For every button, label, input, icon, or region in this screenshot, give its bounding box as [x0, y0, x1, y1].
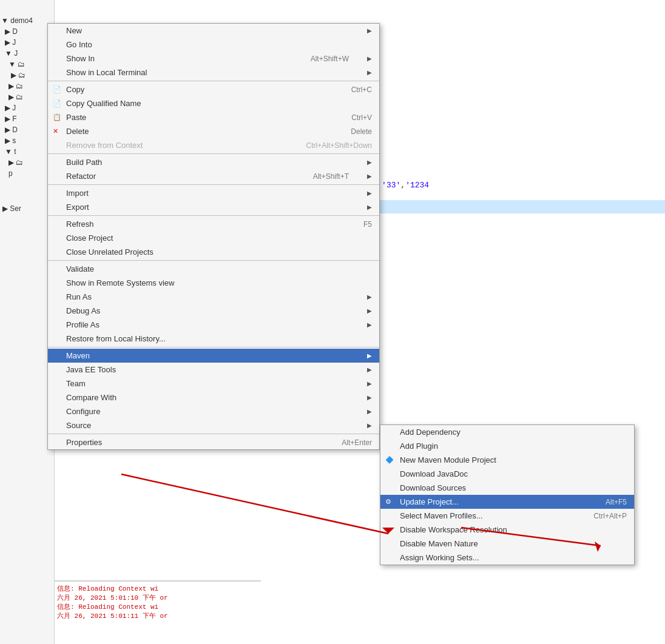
- menu-item-compare-with-arrow: ▶: [367, 394, 372, 401]
- menu-item-show-local-terminal-label: Show in Local Terminal: [66, 68, 147, 77]
- menu-item-compare-with-label: Compare With: [66, 393, 116, 402]
- menu-item-go-into[interactable]: Go Into: [48, 38, 379, 52]
- menu-item-show-remote-label: Show in Remote Systems view: [66, 278, 174, 287]
- submenu-maven-update-project[interactable]: ⚙ Update Project... Alt+F5: [380, 495, 634, 509]
- menu-item-profile-as-label: Profile As: [66, 320, 100, 329]
- sidebar-item-4[interactable]: ▼ 🗂: [0, 59, 54, 70]
- sidebar-item-9[interactable]: ▶ F: [0, 113, 54, 124]
- console-line-2: 六月 26, 2021 5:01:10 下午 or: [57, 593, 258, 602]
- sidebar-item-10[interactable]: ▶ D: [0, 124, 54, 135]
- menu-item-copy-qualified-label: Copy Qualified Name: [66, 99, 141, 108]
- menu-item-export-arrow: ▶: [367, 204, 372, 210]
- menu-item-close-project[interactable]: Close Project: [48, 231, 379, 245]
- menu-item-delete-label: Delete: [66, 127, 89, 136]
- sidebar-item-7[interactable]: ▶ 🗂: [0, 92, 54, 102]
- menu-item-show-remote[interactable]: Show in Remote Systems view: [48, 276, 379, 290]
- submenu-maven-select-profiles-label: Select Maven Profiles...: [400, 511, 483, 520]
- menu-item-new-label: New: [66, 26, 82, 35]
- sidebar-item-8[interactable]: ▶ J: [0, 102, 54, 113]
- update-project-icon: ⚙: [385, 498, 391, 506]
- submenu-maven: Add Dependency Add Plugin 🔷 New Maven Mo…: [380, 424, 635, 565]
- submenu-maven-add-plugin[interactable]: Add Plugin: [380, 439, 634, 453]
- menu-item-properties-label: Properties: [66, 438, 102, 447]
- menu-item-copy-qualified[interactable]: 📄 Copy Qualified Name: [48, 96, 379, 110]
- menu-item-profile-as[interactable]: Profile As ▶: [48, 318, 379, 332]
- menu-item-new[interactable]: New ▶: [48, 24, 379, 38]
- sidebar-item-12[interactable]: ▼ t: [0, 146, 54, 157]
- console-line-3: 信息: Reloading Context wi: [57, 602, 258, 611]
- sidebar-item-13[interactable]: ▶ 🗂: [0, 157, 54, 168]
- submenu-maven-download-javadoc[interactable]: Download JavaDoc: [380, 467, 634, 481]
- menu-item-java-ee-tools-arrow: ▶: [367, 366, 372, 373]
- submenu-maven-select-profiles-shortcut: Ctrl+Alt+P: [593, 512, 627, 520]
- submenu-maven-add-dependency-label: Add Dependency: [400, 428, 461, 437]
- menu-item-export-label: Export: [66, 203, 89, 212]
- menu-item-import-arrow: ▶: [367, 190, 372, 196]
- console-line-4: 六月 26, 2021 5:01:11 下午 or: [57, 611, 258, 620]
- menu-item-debug-as-arrow: ▶: [367, 307, 372, 314]
- sidebar-item-server[interactable]: ▶ Ser: [0, 203, 54, 214]
- sidebar-item-3[interactable]: ▼ J: [0, 48, 54, 59]
- menu-item-copy[interactable]: 📄 Copy Ctrl+C: [48, 82, 379, 96]
- menu-item-build-path-arrow: ▶: [367, 159, 372, 166]
- menu-item-paste-shortcut: Ctrl+V: [351, 113, 372, 122]
- menu-item-configure[interactable]: Configure ▶: [48, 404, 379, 418]
- menu-item-compare-with[interactable]: Compare With ▶: [48, 391, 379, 404]
- menu-item-build-path-label: Build Path: [66, 158, 102, 167]
- menu-item-java-ee-tools[interactable]: Java EE Tools ▶: [48, 363, 379, 377]
- menu-item-build-path[interactable]: Build Path ▶: [48, 155, 379, 169]
- menu-item-validate[interactable]: Validate: [48, 262, 379, 276]
- menu-item-debug-as[interactable]: Debug As ▶: [48, 304, 379, 318]
- menu-item-source[interactable]: Source ▶: [48, 418, 379, 432]
- menu-item-export[interactable]: Export ▶: [48, 200, 379, 214]
- menu-item-maven-arrow: ▶: [367, 352, 372, 359]
- sidebar-item-demo4[interactable]: ▼ demo4: [0, 15, 54, 26]
- submenu-maven-new-module[interactable]: 🔷 New Maven Module Project: [380, 453, 634, 467]
- submenu-maven-add-dependency[interactable]: Add Dependency: [380, 425, 634, 439]
- menu-item-source-label: Source: [66, 421, 91, 430]
- submenu-maven-disable-nature[interactable]: Disable Maven Nature: [380, 537, 634, 551]
- menu-item-run-as[interactable]: Run As ▶: [48, 290, 379, 304]
- menu-item-refresh[interactable]: Refresh F5: [48, 217, 379, 231]
- menu-item-paste[interactable]: 📋 Paste Ctrl+V: [48, 110, 379, 124]
- menu-item-maven-label: Maven: [66, 351, 90, 360]
- menu-item-refresh-shortcut: F5: [363, 220, 372, 229]
- menu-item-maven[interactable]: Maven ▶: [48, 349, 379, 363]
- menu-item-refactor-shortcut: Alt+Shift+T: [313, 172, 349, 181]
- separator-2: [48, 153, 379, 154]
- menu-item-properties[interactable]: Properties Alt+Enter: [48, 435, 379, 449]
- menu-item-debug-as-label: Debug As: [66, 306, 100, 315]
- menu-item-show-local-terminal[interactable]: Show in Local Terminal ▶: [48, 65, 379, 79]
- menu-item-restore-history[interactable]: Restore from Local History...: [48, 332, 379, 346]
- submenu-maven-select-profiles[interactable]: Select Maven Profiles... Ctrl+Alt+P: [380, 509, 634, 523]
- submenu-maven-disable-nature-label: Disable Maven Nature: [400, 539, 478, 548]
- menu-item-profile-as-arrow: ▶: [367, 321, 372, 328]
- menu-item-refactor[interactable]: Refactor Alt+Shift+T ▶: [48, 169, 379, 183]
- submenu-maven-download-sources[interactable]: Download Sources: [380, 481, 634, 495]
- menu-item-properties-shortcut: Alt+Enter: [342, 438, 372, 447]
- menu-item-delete[interactable]: ✕ Delete Delete: [48, 124, 379, 138]
- menu-item-show-in[interactable]: Show In Alt+Shift+W ▶: [48, 52, 379, 65]
- submenu-maven-assign-working-sets[interactable]: Assign Working Sets...: [380, 551, 634, 565]
- sidebar-item-11[interactable]: ▶ s: [0, 135, 54, 146]
- sidebar-item-1[interactable]: ▶ D: [0, 26, 54, 37]
- menu-item-close-project-label: Close Project: [66, 233, 113, 243]
- menu-item-import[interactable]: Import ▶: [48, 186, 379, 200]
- sidebar-item-2[interactable]: ▶ J: [0, 37, 54, 48]
- menu-item-refresh-label: Refresh: [66, 220, 94, 229]
- menu-item-close-unrelated[interactable]: Close Unrelated Projects: [48, 245, 379, 259]
- menu-item-restore-history-label: Restore from Local History...: [66, 334, 166, 343]
- submenu-maven-update-project-shortcut: Alt+F5: [606, 498, 627, 506]
- submenu-maven-disable-workspace[interactable]: Disable Workspace Resolution: [380, 523, 634, 537]
- menu-item-team-arrow: ▶: [367, 380, 372, 387]
- sidebar-item-6[interactable]: ▶ 🗂: [0, 81, 54, 92]
- menu-item-remove-context[interactable]: Remove from Context Ctrl+Alt+Shift+Down: [48, 138, 379, 152]
- sidebar-item-5[interactable]: ▶ 🗂: [0, 70, 54, 81]
- menu-item-validate-label: Validate: [66, 264, 94, 273]
- menu-item-refactor-arrow: ▶: [367, 173, 372, 179]
- menu-item-show-in-label: Show In: [66, 54, 95, 63]
- console-line-1: 信息: Reloading Context wi: [57, 584, 258, 593]
- submenu-maven-download-sources-label: Download Sources: [400, 483, 466, 492]
- separator-5: [48, 260, 379, 261]
- menu-item-team[interactable]: Team ▶: [48, 377, 379, 391]
